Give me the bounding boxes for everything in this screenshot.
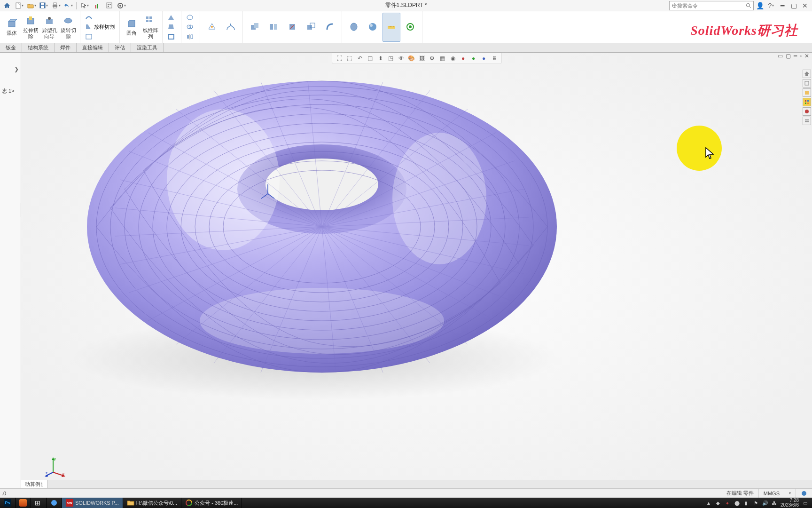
open-icon[interactable]: ▾ <box>26 1 37 10</box>
tab-sheetmetal[interactable]: 钣金 <box>0 43 22 52</box>
select-icon[interactable]: ▾ <box>79 1 90 10</box>
svg-rect-68 <box>805 121 809 122</box>
home-icon[interactable] <box>2 1 12 10</box>
tab-direct-edit[interactable]: 直接编辑 <box>77 43 109 52</box>
options-icon[interactable] <box>104 1 114 10</box>
hole-wizard-button[interactable]: 异型孔 向导 <box>40 13 58 42</box>
loft-cut-button[interactable]: 放样切割 <box>83 22 117 32</box>
help-icon[interactable]: ?▾ <box>766 1 776 10</box>
undo-icon[interactable]: ▾ <box>63 1 73 10</box>
tray-clock[interactable]: 7:28 2023/6/6 <box>781 498 799 508</box>
split-button[interactable] <box>265 13 282 42</box>
tab-render[interactable]: 渲染工具 <box>131 43 164 52</box>
combine-button[interactable] <box>246 13 264 42</box>
minimize-button[interactable]: ━ <box>777 1 788 10</box>
svg-rect-6 <box>54 7 56 8</box>
taskbar-solidworks[interactable]: SWSOLIDWORKS P... <box>62 498 123 508</box>
command-manager-tabs: 钣金 结构系统 焊件 直接编辑 评估 渲染工具 <box>0 43 812 53</box>
tray-c-icon[interactable]: ⬤ <box>734 500 740 506</box>
torus-model[interactable] <box>82 57 562 377</box>
taskpane-design-lib-icon[interactable] <box>803 88 811 97</box>
tray-desktop-icon[interactable]: ▭ <box>802 500 808 506</box>
realview-button[interactable] <box>364 13 382 42</box>
taskbar-explorer[interactable]: H:\微信公众号\0... <box>123 498 181 508</box>
rib-button[interactable] <box>165 13 178 22</box>
user-icon[interactable]: 👤 <box>755 1 765 10</box>
fillet-button[interactable]: 圆角 <box>123 13 141 42</box>
shell-button[interactable] <box>165 32 178 41</box>
search-box[interactable] <box>669 1 754 10</box>
quick-access-toolbar: ▾ ▾ ▾ ▾ ▾ ▾ ▾ 零件1.SLDPRT * 👤 ?▾ ━ ▢ ✕ <box>0 0 812 11</box>
status-units[interactable]: MMGS ▾ <box>759 489 796 498</box>
revolve-cut-button[interactable]: 旋转切 除 <box>59 13 77 42</box>
maximize-button[interactable]: ▢ <box>789 1 799 10</box>
instant3d-button[interactable] <box>383 13 400 42</box>
boundary-cut-button[interactable] <box>83 32 117 41</box>
graphics-viewport[interactable]: ⛶ ⬚ ↶ ◫ ⬍ ◳ 👁 🎨 🖼 ⚙ ▦ ◉ ● ● ● 🖥 ▭ ▢ ━ ▫ … <box>21 53 812 488</box>
svg-rect-50 <box>270 24 273 30</box>
tray-d-icon[interactable]: ▮ <box>743 500 750 506</box>
print-icon[interactable]: ▾ <box>51 1 61 10</box>
translate-name-button[interactable] <box>401 13 419 42</box>
body-button[interactable]: 添体 <box>3 13 21 42</box>
svg-rect-34 <box>29 16 32 20</box>
tab-structure[interactable]: 结构系统 <box>22 43 55 52</box>
doc-x-icon[interactable]: ✕ <box>804 53 809 59</box>
close-button[interactable]: ✕ <box>800 1 810 10</box>
wrap-button[interactable] <box>184 13 197 22</box>
watermark: SolidWorks研习社 <box>690 22 798 40</box>
svg-rect-32 <box>8 21 15 27</box>
sweep-cut-button[interactable] <box>83 13 117 22</box>
curve-button[interactable] <box>222 13 240 42</box>
rebuild-icon[interactable] <box>92 1 102 10</box>
tray-net-icon[interactable]: 🖧 <box>771 500 778 506</box>
svg-point-71 <box>265 159 378 210</box>
ref-geometry-button[interactable] <box>203 13 221 42</box>
svg-rect-64 <box>805 103 806 104</box>
doc-min-icon[interactable]: ▭ <box>778 53 783 59</box>
view-triad[interactable]: y x z <box>45 456 66 478</box>
svg-rect-53 <box>307 25 312 30</box>
delete-keep-button[interactable] <box>283 13 301 42</box>
taskbar-ps[interactable]: Ps <box>0 498 16 508</box>
search-input[interactable] <box>677 3 746 8</box>
settings-icon[interactable]: ▾ <box>116 1 126 10</box>
intersect-button[interactable] <box>184 22 197 32</box>
taskpane-appearance-icon[interactable] <box>803 117 811 125</box>
taskpane-explorer-icon[interactable] <box>803 98 811 106</box>
status-macro-icon[interactable] <box>796 489 812 498</box>
taskbar-app1[interactable] <box>16 498 31 508</box>
svg-rect-49 <box>254 23 258 28</box>
taskpane-resources-icon[interactable] <box>803 79 811 87</box>
taskbar-app2[interactable]: ⊞ <box>31 498 47 508</box>
tray-sound-icon[interactable]: 🔊 <box>762 500 768 506</box>
draft-button[interactable] <box>165 22 178 32</box>
wrap2-button[interactable] <box>345 13 363 42</box>
bend-button[interactable] <box>321 13 339 42</box>
save-icon[interactable]: ▾ <box>39 1 49 10</box>
tray-b-icon[interactable]: ● <box>724 500 731 506</box>
doc-restore-icon[interactable]: ━ <box>794 53 797 59</box>
new-icon[interactable]: ▾ <box>14 1 24 10</box>
tray-e-icon[interactable]: ⚑ <box>752 500 759 506</box>
document-tabs: 动算例 1 <box>21 480 812 488</box>
doc-tab-motion[interactable]: 动算例 1 <box>21 480 47 488</box>
extrude-cut-button[interactable]: 拉伸切 除 <box>22 13 39 42</box>
tray-up-icon[interactable]: ▲ <box>705 500 712 506</box>
doc-close-icon[interactable]: ▫ <box>800 53 802 59</box>
svg-rect-35 <box>46 19 53 24</box>
move-copy-button[interactable] <box>302 13 320 42</box>
svg-text:x: x <box>62 472 64 476</box>
expand-chevron-icon[interactable]: ❯ <box>14 66 19 72</box>
svg-rect-10 <box>108 4 109 5</box>
tray-a-icon[interactable]: ◆ <box>715 500 721 506</box>
mirror-button[interactable] <box>184 32 197 41</box>
taskbar-browser[interactable]: 公众号 - 360极速... <box>181 498 242 508</box>
taskpane-home-icon[interactable] <box>803 70 811 78</box>
tab-evaluate[interactable]: 评估 <box>109 43 131 52</box>
taskpane-view-icon[interactable] <box>803 107 811 116</box>
doc-max-icon[interactable]: ▢ <box>786 53 791 59</box>
tab-weldment[interactable]: 焊件 <box>55 43 77 52</box>
taskbar-app3[interactable] <box>47 498 62 508</box>
linear-pattern-button[interactable]: 线性阵 列 <box>141 13 159 42</box>
